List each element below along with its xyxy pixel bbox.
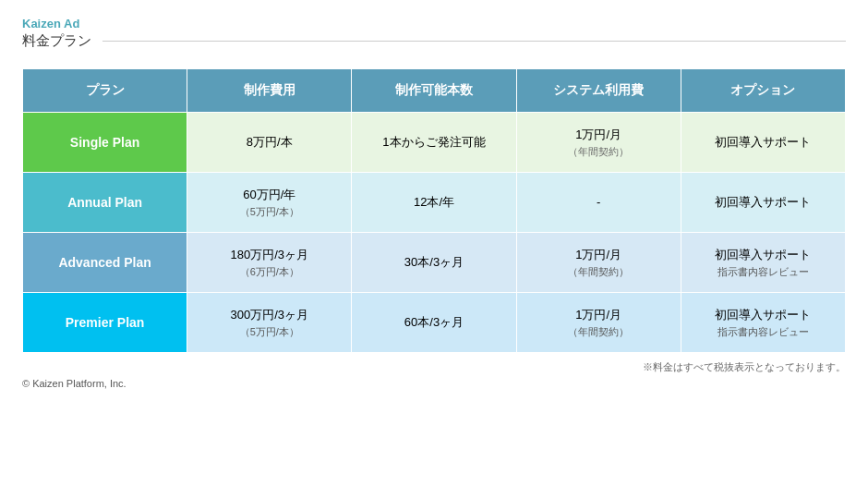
table-row: Premier Plan300万円/3ヶ月（5万円/本）60本/3ヶ月1万円/月…	[23, 293, 846, 353]
section-divider	[102, 41, 846, 42]
system-fee-cell: -	[516, 173, 681, 233]
plan-name-cell: Premier Plan	[23, 293, 187, 353]
plan-name: Advanced Plan	[58, 255, 151, 270]
quantity-cell: 30本/3ヶ月	[352, 233, 516, 293]
table-row: Annual Plan60万円/年（5万円/本）12本/年-初回導入サポート	[23, 173, 846, 233]
option-cell: 初回導入サポート指示書内容レビュー	[681, 293, 845, 353]
pricing-table: プラン 制作費用 制作可能本数 システム利用費 オプション Single Pla…	[22, 68, 846, 353]
table-header-row: プラン 制作費用 制作可能本数 システム利用費 オプション	[23, 69, 846, 113]
plan-name: Annual Plan	[67, 195, 142, 210]
plan-name: Premier Plan	[66, 315, 145, 330]
table-row: Advanced Plan180万円/3ヶ月（6万円/本）30本/3ヶ月1万円/…	[23, 233, 846, 293]
system-fee-cell: 1万円/月（年間契約）	[516, 233, 681, 293]
quantity-cell: 12本/年	[352, 173, 516, 233]
system-fee-cell: 1万円/月（年間契約）	[516, 293, 681, 353]
header-system-fee: システム利用費	[516, 69, 681, 113]
plan-name-cell: Annual Plan	[23, 173, 187, 233]
quantity-cell: 1本からご発注可能	[352, 113, 516, 173]
cost-cell: 180万円/3ヶ月（6万円/本）	[187, 233, 352, 293]
footer-note: ※料金はすべて税抜表示となっております。	[22, 360, 846, 374]
quantity-cell: 60本/3ヶ月	[352, 293, 516, 353]
header-quantity: 制作可能本数	[352, 69, 516, 113]
cost-cell: 300万円/3ヶ月（5万円/本）	[187, 293, 352, 353]
system-fee-cell: 1万円/月（年間契約）	[516, 113, 681, 173]
header-cost: 制作費用	[187, 69, 352, 113]
cost-cell: 8万円/本	[187, 113, 352, 173]
copyright: © Kaizen Platform, Inc.	[22, 378, 846, 389]
option-cell: 初回導入サポート指示書内容レビュー	[681, 233, 845, 293]
plan-name-cell: Single Plan	[23, 113, 187, 173]
plan-name-cell: Advanced Plan	[23, 233, 187, 293]
option-cell: 初回導入サポート	[681, 113, 845, 173]
cost-cell: 60万円/年（5万円/本）	[187, 173, 352, 233]
table-row: Single Plan8万円/本1本からご発注可能1万円/月（年間契約）初回導入…	[23, 113, 846, 173]
section-title: 料金プラン	[22, 32, 91, 50]
option-cell: 初回導入サポート	[681, 173, 845, 233]
header-option: オプション	[681, 69, 845, 113]
plan-name: Single Plan	[70, 135, 139, 150]
header-plan: プラン	[23, 69, 187, 113]
app-title: Kaizen Ad	[22, 17, 846, 30]
